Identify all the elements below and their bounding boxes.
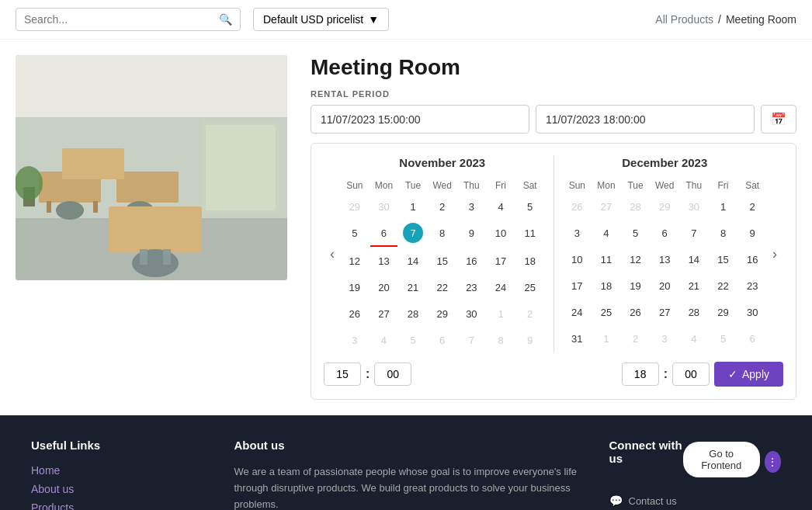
go-frontend-button[interactable]: Go to Frontend bbox=[683, 442, 760, 477]
calendar-cell[interactable]: 29 bbox=[341, 194, 369, 219]
calendar-cell[interactable]: 11 bbox=[592, 247, 620, 272]
calendar-cell[interactable]: 3 bbox=[564, 220, 592, 245]
calendar-cell[interactable]: 9 bbox=[458, 220, 486, 247]
calendar-cell[interactable]: 22 bbox=[429, 275, 456, 300]
calendar-cell[interactable]: 17 bbox=[564, 273, 592, 298]
calendar-cell[interactable]: 23 bbox=[738, 273, 766, 298]
calendar-cell[interactable]: 30 bbox=[458, 301, 486, 326]
calendar-cell[interactable]: 1 bbox=[399, 194, 427, 219]
calendar-cell[interactable]: 24 bbox=[487, 275, 515, 300]
calendar-cell[interactable]: 3 bbox=[651, 326, 678, 351]
calendar-cell[interactable]: 2 bbox=[429, 194, 456, 219]
calendar-cell[interactable]: 14 bbox=[399, 248, 427, 273]
calendar-cell[interactable]: 29 bbox=[429, 301, 456, 326]
calendar-cell[interactable]: 27 bbox=[651, 300, 678, 324]
search-box[interactable]: 🔍 bbox=[16, 8, 241, 31]
calendar-cell[interactable]: 2 bbox=[622, 326, 650, 351]
calendar-cell[interactable]: 17 bbox=[487, 248, 515, 273]
calendar-cell[interactable]: 8 bbox=[487, 328, 515, 352]
calendar-cell[interactable]: 10 bbox=[487, 220, 515, 247]
footer-link-home[interactable]: Home bbox=[31, 464, 203, 477]
apply-button[interactable]: ✓ Apply bbox=[714, 362, 783, 387]
calendar-prev-button[interactable]: ‹ bbox=[324, 243, 341, 265]
calendar-cell[interactable]: 3 bbox=[341, 328, 369, 352]
calendar-cell[interactable]: 7 bbox=[458, 328, 486, 352]
start-minute-input[interactable] bbox=[374, 363, 411, 386]
calendar-cell[interactable]: 3 bbox=[458, 194, 486, 219]
calendar-cell[interactable]: 27 bbox=[592, 194, 620, 219]
end-minute-input[interactable] bbox=[672, 363, 710, 386]
calendar-cell[interactable]: 2 bbox=[516, 301, 544, 326]
calendar-cell[interactable]: 18 bbox=[516, 248, 544, 273]
footer-link-products-anchor[interactable]: Products bbox=[31, 501, 74, 510]
calendar-cell[interactable]: 2 bbox=[738, 194, 766, 219]
calendar-cell[interactable]: 6 bbox=[370, 220, 398, 247]
calendar-cell[interactable]: 28 bbox=[680, 300, 708, 324]
calendar-cell[interactable]: 16 bbox=[738, 247, 766, 272]
calendar-cell[interactable]: 12 bbox=[341, 248, 369, 273]
calendar-cell[interactable]: 4 bbox=[680, 326, 708, 351]
calendar-cell[interactable]: 14 bbox=[680, 247, 708, 272]
calendar-cell[interactable]: 29 bbox=[651, 194, 678, 219]
calendar-cell[interactable]: 7 bbox=[680, 220, 708, 245]
calendar-cell[interactable]: 22 bbox=[710, 273, 737, 298]
calendar-cell[interactable]: 30 bbox=[738, 300, 766, 324]
calendar-cell[interactable]: 25 bbox=[592, 300, 620, 324]
calendar-cell[interactable]: 28 bbox=[399, 301, 427, 326]
calendar-cell[interactable]: 7 bbox=[399, 220, 427, 247]
calendar-cell[interactable]: 15 bbox=[429, 248, 456, 273]
calendar-cell[interactable]: 9 bbox=[516, 328, 544, 352]
calendar-icon-button[interactable]: 📅 bbox=[761, 105, 796, 134]
calendar-cell[interactable]: 24 bbox=[564, 300, 592, 324]
calendar-cell[interactable]: 8 bbox=[429, 220, 456, 247]
calendar-cell[interactable]: 5 bbox=[341, 220, 369, 247]
calendar-cell[interactable]: 13 bbox=[651, 247, 678, 272]
end-hour-input[interactable] bbox=[622, 363, 659, 386]
footer-link-about-anchor[interactable]: About us bbox=[31, 483, 74, 495]
calendar-cell[interactable]: 19 bbox=[341, 275, 369, 300]
calendar-cell[interactable]: 4 bbox=[487, 194, 515, 219]
calendar-cell[interactable]: 28 bbox=[622, 194, 650, 219]
calendar-cell[interactable]: 15 bbox=[710, 247, 737, 272]
calendar-cell[interactable]: 6 bbox=[651, 220, 678, 245]
search-input[interactable] bbox=[24, 13, 213, 26]
calendar-cell[interactable]: 9 bbox=[738, 220, 766, 245]
pricelist-dropdown[interactable]: Default USD pricelist ▼ bbox=[253, 8, 389, 31]
calendar-cell[interactable]: 21 bbox=[399, 275, 427, 300]
calendar-cell[interactable]: 20 bbox=[651, 273, 678, 298]
footer-link-home-anchor[interactable]: Home bbox=[31, 464, 60, 477]
calendar-cell[interactable]: 19 bbox=[622, 273, 650, 298]
go-frontend-options-button[interactable]: ⋮ bbox=[765, 451, 781, 473]
calendar-cell[interactable]: 21 bbox=[680, 273, 708, 298]
calendar-cell[interactable]: 5 bbox=[399, 328, 427, 352]
calendar-cell[interactable]: 10 bbox=[564, 247, 592, 272]
calendar-cell[interactable]: 6 bbox=[738, 326, 766, 351]
calendar-cell[interactable]: 1 bbox=[710, 194, 737, 219]
footer-link-about[interactable]: About us bbox=[31, 483, 203, 495]
calendar-cell[interactable]: 29 bbox=[710, 300, 737, 324]
footer-link-products[interactable]: Products bbox=[31, 501, 203, 510]
calendar-cell[interactable]: 30 bbox=[370, 194, 398, 219]
breadcrumb-parent[interactable]: All Products bbox=[655, 13, 713, 26]
calendar-cell[interactable]: 26 bbox=[564, 194, 592, 219]
calendar-cell[interactable]: 1 bbox=[592, 326, 620, 351]
calendar-cell[interactable]: 6 bbox=[429, 328, 456, 352]
calendar-cell[interactable]: 26 bbox=[622, 300, 650, 324]
date-end-input[interactable] bbox=[536, 105, 755, 134]
calendar-cell[interactable]: 8 bbox=[710, 220, 737, 245]
calendar-cell[interactable]: 20 bbox=[370, 275, 398, 300]
calendar-cell[interactable]: 4 bbox=[592, 220, 620, 245]
calendar-cell[interactable]: 11 bbox=[516, 220, 544, 247]
date-start-input[interactable] bbox=[311, 105, 529, 134]
calendar-cell[interactable]: 18 bbox=[592, 273, 620, 298]
start-hour-input[interactable] bbox=[324, 363, 361, 386]
calendar-cell[interactable]: 26 bbox=[341, 301, 369, 326]
calendar-cell[interactable]: 31 bbox=[564, 326, 592, 351]
calendar-cell[interactable]: 1 bbox=[487, 301, 515, 326]
calendar-cell[interactable]: 5 bbox=[710, 326, 737, 351]
calendar-cell[interactable]: 30 bbox=[680, 194, 708, 219]
calendar-cell[interactable]: 16 bbox=[458, 248, 486, 273]
calendar-cell[interactable]: 23 bbox=[458, 275, 486, 300]
calendar-cell[interactable]: 13 bbox=[370, 248, 398, 273]
calendar-cell[interactable]: 4 bbox=[370, 328, 398, 352]
